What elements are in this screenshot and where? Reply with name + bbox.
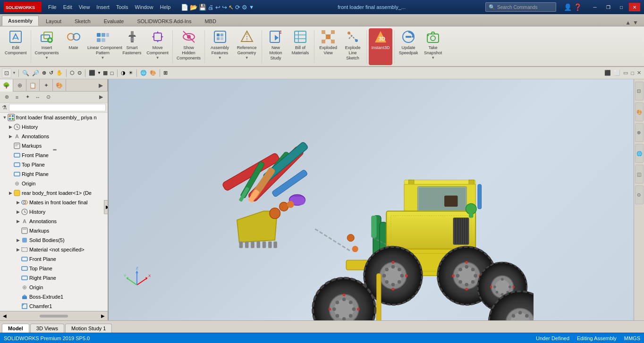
tab-3d-views[interactable]: 3D Views: [30, 324, 64, 333]
panel-collapse-handle[interactable]: ▶: [104, 200, 109, 214]
edit-component-button[interactable]: Edit Component: [3, 28, 29, 65]
user-icon[interactable]: 👤: [564, 3, 572, 11]
update-speedpak-button[interactable]: UpdateSpeedpak: [397, 28, 420, 65]
tab-addins[interactable]: SOLIDWORKS Add-Ins: [131, 16, 197, 26]
display-style-btn[interactable]: ⬛: [88, 69, 96, 77]
menu-tools[interactable]: Tools: [113, 3, 131, 11]
right-panel-btn-5[interactable]: ◫: [635, 165, 644, 184]
zoom-area-btn[interactable]: ⊕: [41, 69, 47, 77]
show-hidden-button[interactable]: ShowHiddenComponents: [175, 28, 203, 65]
hide-lines-btn[interactable]: ▦: [102, 69, 109, 77]
panel-expand-btn[interactable]: ▶: [94, 79, 108, 92]
menu-view[interactable]: View: [76, 3, 93, 11]
tab-model[interactable]: Model: [2, 324, 29, 333]
move-dropdown-icon[interactable]: ▼: [156, 56, 160, 60]
ribbon-options-icon[interactable]: ▼: [633, 19, 638, 26]
panel-tab-config-manager[interactable]: 📋: [26, 79, 40, 92]
explode-line-button[interactable]: ExplodeLineSketch: [341, 28, 364, 65]
tree-scroll-right[interactable]: ▶: [98, 312, 108, 319]
vp-normalize[interactable]: ⬜: [613, 69, 621, 77]
panel-settings-btn[interactable]: ⊙: [43, 93, 53, 101]
tree-item-right-plane2[interactable]: Right Plane: [0, 273, 108, 283]
rear-body-expand-icon[interactable]: ▶: [8, 190, 13, 196]
tree-scroll-left[interactable]: ◀: [0, 312, 9, 319]
tree-item-chamfer[interactable]: Chamfer1: [0, 301, 108, 311]
tab-sketch[interactable]: Sketch: [68, 16, 97, 26]
vp-close[interactable]: ✕: [636, 69, 642, 77]
root-expand-icon[interactable]: ▼: [2, 115, 8, 120]
menu-window[interactable]: Window: [132, 3, 156, 11]
panel-tab-feature-manager[interactable]: 🌳: [0, 79, 13, 92]
tree-item-top-plane2[interactable]: Top Plane: [0, 264, 108, 273]
section-view-btn[interactable]: ⬡: [69, 69, 76, 77]
annotations2-expand-icon[interactable]: ▶: [15, 218, 21, 224]
tree-item-annotations[interactable]: ▶ A Annotations: [0, 132, 108, 141]
solid-bodies-expand-icon[interactable]: ▶: [15, 237, 21, 243]
tree-item-origin[interactable]: ⊕ Origin: [0, 179, 108, 188]
qa-options-icon[interactable]: ⚙: [242, 4, 247, 11]
panel-tab-dim-xpert[interactable]: ✦: [40, 79, 53, 92]
viewport[interactable]: X Y Z: [109, 79, 634, 320]
qa-redo-icon[interactable]: ↪: [222, 4, 227, 11]
qa-undo-icon[interactable]: ↩: [215, 4, 220, 11]
exploded-view-button[interactable]: ExplodedView: [316, 28, 340, 65]
tree-item-front-plane[interactable]: Front Plane: [0, 151, 108, 160]
tree-item-solid-bodies[interactable]: ▶ Solid Bodies(5): [0, 235, 108, 245]
vp-restore[interactable]: ▭: [622, 69, 629, 77]
move-component-button[interactable]: MoveComponent ▼: [145, 28, 171, 65]
right-panel-btn-1[interactable]: ⊡: [635, 82, 644, 100]
linear-dropdown-icon[interactable]: ▼: [101, 56, 105, 60]
snapshot-dropdown-icon[interactable]: ▼: [431, 56, 435, 60]
qa-open-icon[interactable]: 📂: [190, 4, 197, 11]
wireframe-btn[interactable]: □: [110, 69, 115, 77]
ref-geo-dropdown-icon[interactable]: ▼: [245, 56, 249, 60]
assembly-features-button[interactable]: AssemblyFeatures ▼: [207, 28, 233, 65]
material-expand-icon[interactable]: ▶: [15, 247, 21, 252]
right-panel-btn-4[interactable]: 🌐: [635, 144, 644, 163]
tree-item-right-plane[interactable]: Right Plane: [0, 169, 108, 179]
zoom-in-btn[interactable]: 🔎: [31, 69, 40, 77]
ribbon-collapse-icon[interactable]: ▲: [625, 19, 631, 26]
help-icon[interactable]: ❓: [574, 3, 582, 11]
markups-expand-icon[interactable]: [8, 143, 13, 149]
insert-dropdown-icon[interactable]: ▼: [45, 56, 49, 60]
scene-btn[interactable]: 🌐: [139, 69, 148, 77]
menu-help[interactable]: Help: [157, 3, 174, 11]
tree-root-item[interactable]: ▼ front loader final assembly_ priya n: [0, 113, 108, 122]
rotate-btn[interactable]: ↺: [48, 69, 54, 77]
smart-fasteners-button[interactable]: SmartFasteners: [120, 28, 144, 65]
minimize-button[interactable]: ─: [589, 3, 601, 11]
insert-components-button[interactable]: InsertComponents ▼: [33, 28, 61, 65]
tab-mbd[interactable]: MBD: [198, 16, 222, 26]
tree-item-history[interactable]: ▶ History: [0, 122, 108, 132]
view-orient-btn[interactable]: ⊡: [2, 68, 11, 78]
panel-tab-display-manager[interactable]: 🎨: [53, 79, 66, 92]
take-snapshot-button[interactable]: TakeSnapshot ▼: [421, 28, 445, 65]
menu-file[interactable]: File: [45, 3, 59, 11]
panel-part-btn[interactable]: ✦: [23, 93, 32, 101]
menu-insert[interactable]: Insert: [93, 3, 112, 11]
history-expand-icon[interactable]: ▶: [8, 124, 13, 130]
shadows-btn[interactable]: ◑: [120, 69, 127, 77]
menu-edit[interactable]: Edit: [60, 3, 75, 11]
tab-assembly[interactable]: Assembly: [2, 16, 39, 26]
reference-geometry-button[interactable]: ReferenceGeometry ▼: [234, 28, 260, 65]
qa-new-icon[interactable]: 📄: [181, 4, 188, 11]
tab-layout[interactable]: Layout: [40, 16, 68, 26]
panel-tab-property-manager[interactable]: ⊕: [13, 79, 26, 92]
tree-item-annotations2[interactable]: ▶ A Annotations: [0, 217, 108, 226]
tree-item-history2[interactable]: ▶ History: [0, 207, 108, 217]
panel-list-view-btn[interactable]: ≡: [12, 93, 22, 101]
instant3d-button[interactable]: 3D Instant3D: [369, 28, 392, 65]
assembly-features-dropdown-icon[interactable]: ▼: [218, 56, 222, 60]
linear-pattern-button[interactable]: Linear ComponentPattern ▼: [86, 28, 119, 65]
tab-motion-study[interactable]: Motion Study 1: [65, 324, 112, 333]
qa-select-icon[interactable]: ↖: [229, 4, 234, 11]
panel-collapse-btn[interactable]: ⊕: [2, 93, 11, 101]
view-palette-btn[interactable]: ⊙: [76, 69, 83, 77]
tree-item-boss-extrude[interactable]: Boss-Extrude1: [0, 292, 108, 301]
filter-input[interactable]: [9, 104, 106, 111]
mates-expand-icon[interactable]: ▶: [15, 200, 21, 205]
close-button[interactable]: ✕: [629, 3, 640, 11]
viewport-layout-btn[interactable]: ⊞: [162, 69, 169, 77]
